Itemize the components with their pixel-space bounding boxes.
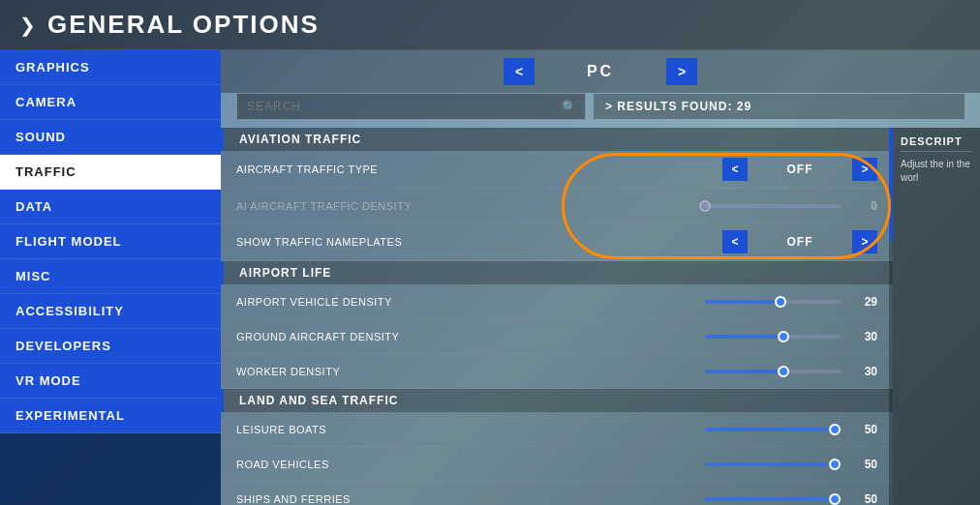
slider-value-ships-and-ferries: 50 <box>848 492 877 506</box>
header-arrow-icon: ❯ <box>19 14 36 37</box>
option-row-worker-density: WORKER DENSITY30 <box>221 354 893 389</box>
header: ❯ GENERAL OPTIONS <box>0 0 980 50</box>
slider-control-ai-aircraft-traffic-density: 0 <box>664 199 877 213</box>
sidebar-item-data[interactable]: DATA <box>0 190 221 224</box>
sidebar-item-misc[interactable]: MISC <box>0 259 221 294</box>
platform-next-button[interactable]: > <box>666 58 697 85</box>
right-panel-text: Adjust the in the worl <box>901 158 972 185</box>
option-label-show-traffic-nameplates: SHOW TRAFFIC NAMEPLATES <box>236 236 703 248</box>
slider-track-worker-density[interactable] <box>705 370 841 373</box>
slider-value-ai-aircraft-traffic-density: 0 <box>848 199 877 213</box>
option-row-aircraft-traffic-type: AIRCRAFT TRAFFIC TYPE<OFF> <box>221 151 893 189</box>
toggle-left-aircraft-traffic-type[interactable]: < <box>722 158 748 181</box>
sidebar: GRAPHICSCAMERASOUNDTRAFFICDATAFLIGHT MOD… <box>0 50 221 505</box>
sidebar-item-flight-model[interactable]: FLIGHT MODEL <box>0 224 221 259</box>
slider-control-worker-density: 30 <box>664 365 877 378</box>
option-label-worker-density: WORKER DENSITY <box>236 366 664 377</box>
section-header-airport-life: AIRPORT LIFE <box>221 261 893 284</box>
search-input[interactable] <box>237 94 585 119</box>
option-row-ground-aircraft-density: GROUND AIRCRAFT DENSITY30 <box>221 319 893 354</box>
slider-value-leisure-boats: 50 <box>848 423 877 436</box>
slider-control-leisure-boats: 50 <box>664 423 877 436</box>
platform-label: PC <box>542 63 658 80</box>
search-bar: 🔍 > RESULTS FOUND: 29 <box>236 93 965 120</box>
option-row-ships-and-ferries: SHIPS AND FERRIES50 <box>221 482 893 505</box>
right-panel: DESCRIPT Adjust the in the worl <box>893 128 980 505</box>
section-header-land-sea-traffic: LAND AND SEA TRAFFIC <box>221 389 893 412</box>
slider-track-airport-vehicle-density[interactable] <box>705 300 841 304</box>
sidebar-item-developers[interactable]: DEVELOPERS <box>0 329 221 364</box>
toggle-right-show-traffic-nameplates[interactable]: > <box>852 230 877 253</box>
option-label-ai-aircraft-traffic-density: AI AIRCRAFT TRAFFIC DENSITY <box>236 200 664 212</box>
sidebar-item-experimental[interactable]: EXPERIMENTAL <box>0 399 221 433</box>
sidebar-item-traffic[interactable]: TRAFFIC <box>0 155 221 190</box>
toggle-value-aircraft-traffic-type: OFF <box>751 163 848 176</box>
options-list: AVIATION TRAFFICAIRCRAFT TRAFFIC TYPE<OF… <box>221 128 893 505</box>
slider-control-ships-and-ferries: 50 <box>664 492 877 506</box>
slider-track-ships-and-ferries[interactable] <box>705 497 841 501</box>
option-label-leisure-boats: LEISURE BOATS <box>236 424 664 435</box>
sidebar-item-graphics[interactable]: GRAPHICS <box>0 50 221 85</box>
toggle-control-aircraft-traffic-type: <OFF> <box>703 158 877 181</box>
slider-track-leisure-boats[interactable] <box>705 428 841 431</box>
results-label: > RESULTS FOUND: 29 <box>594 94 965 119</box>
page-title: GENERAL OPTIONS <box>47 10 320 40</box>
slider-value-road-vehicles: 50 <box>848 458 877 471</box>
option-row-airport-vehicle-density: AIRPORT VEHICLE DENSITY29 <box>221 284 893 319</box>
slider-control-road-vehicles: 50 <box>664 458 877 471</box>
option-row-leisure-boats: LEISURE BOATS50 <box>221 412 893 447</box>
slider-value-ground-aircraft-density: 30 <box>848 330 877 343</box>
slider-track-road-vehicles[interactable] <box>705 462 841 466</box>
option-label-airport-vehicle-density: AIRPORT VEHICLE DENSITY <box>236 296 664 308</box>
scrollbar-thumb[interactable] <box>889 128 893 241</box>
search-icon: 🔍 <box>562 100 577 114</box>
sidebar-item-camera[interactable]: CAMERA <box>0 85 221 120</box>
platform-selector: < PC > <box>221 50 980 93</box>
option-label-aircraft-traffic-type: AIRCRAFT TRAFFIC TYPE <box>236 163 703 175</box>
scrollbar[interactable] <box>889 128 893 505</box>
sidebar-item-vr-mode[interactable]: VR MODE <box>0 364 221 399</box>
main-layout: GRAPHICSCAMERASOUNDTRAFFICDATAFLIGHT MOD… <box>0 50 980 505</box>
slider-track-ai-aircraft-traffic-density[interactable] <box>705 204 841 208</box>
slider-value-airport-vehicle-density: 29 <box>848 295 877 309</box>
option-label-ships-and-ferries: SHIPS AND FERRIES <box>236 493 664 505</box>
option-label-ground-aircraft-density: GROUND AIRCRAFT DENSITY <box>236 331 664 342</box>
slider-control-ground-aircraft-density: 30 <box>664 330 877 343</box>
platform-prev-button[interactable]: < <box>504 58 535 85</box>
section-header-aviation-traffic: AVIATION TRAFFIC <box>221 128 893 151</box>
toggle-control-show-traffic-nameplates: <OFF> <box>703 230 877 253</box>
right-panel-title: DESCRIPT <box>901 135 972 152</box>
sidebar-item-sound[interactable]: SOUND <box>0 120 221 155</box>
sidebar-item-accessibility[interactable]: ACCESSIBILITY <box>0 294 221 329</box>
option-row-road-vehicles: ROAD VEHICLES50 <box>221 447 893 482</box>
option-row-ai-aircraft-traffic-density: AI AIRCRAFT TRAFFIC DENSITY0 <box>221 189 893 223</box>
toggle-right-aircraft-traffic-type[interactable]: > <box>852 158 877 181</box>
toggle-left-show-traffic-nameplates[interactable]: < <box>722 230 748 253</box>
option-label-road-vehicles: ROAD VEHICLES <box>236 459 664 470</box>
option-row-show-traffic-nameplates: SHOW TRAFFIC NAMEPLATES<OFF> <box>221 223 893 261</box>
slider-control-airport-vehicle-density: 29 <box>664 295 877 309</box>
toggle-value-show-traffic-nameplates: OFF <box>751 235 848 249</box>
slider-value-worker-density: 30 <box>848 365 877 378</box>
search-container: 🔍 <box>236 93 586 120</box>
slider-track-ground-aircraft-density[interactable] <box>705 335 841 339</box>
